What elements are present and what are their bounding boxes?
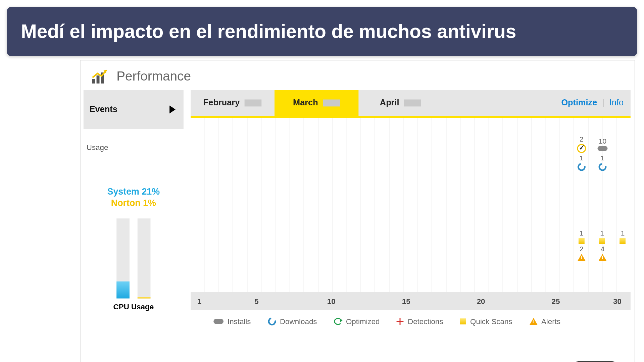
- tab-label: February: [203, 98, 240, 108]
- alert-icon: [529, 318, 537, 325]
- month-tabs: February March April Optimize | Inf: [191, 90, 631, 116]
- count: 2: [580, 245, 584, 253]
- legend-label: Downloads: [280, 317, 317, 325]
- headline-banner: Medí el impacto en el rendimiento de muc…: [7, 7, 637, 56]
- cpu-norton-text: Norton 1%: [84, 198, 184, 208]
- axis-tick: 5: [254, 297, 258, 305]
- tab-february[interactable]: February: [191, 90, 275, 116]
- install-icon: [598, 146, 608, 151]
- download-icon: [576, 161, 587, 172]
- grid-lines: [191, 118, 631, 292]
- triangle-right-icon: [169, 105, 176, 113]
- tab-april[interactable]: April: [358, 90, 442, 116]
- legend-label: Installs: [228, 317, 251, 325]
- count: 2: [580, 135, 584, 143]
- window-footer: norton Close: [81, 357, 635, 362]
- legend-installs: Installs: [213, 317, 251, 325]
- legend-label: Detections: [408, 317, 443, 325]
- month-chip-icon: [404, 100, 421, 107]
- quickscan-icon: [620, 238, 626, 244]
- count: 1: [580, 154, 584, 162]
- alert-icon: [578, 254, 586, 261]
- cpu-bar-norton-fill: [138, 297, 151, 299]
- performance-icon: [92, 69, 110, 84]
- optimized-icon: [334, 318, 342, 325]
- legend-downloads: Downloads: [268, 317, 317, 325]
- cpu-caption: CPU Usage: [84, 302, 184, 311]
- legend: Installs Downloads Optimized Detections …: [213, 317, 631, 325]
- events-button[interactable]: Events: [84, 90, 184, 129]
- main-panel: February March April Optimize | Inf: [184, 90, 635, 325]
- calendar-grid: 2 10 1 1 1 1 1: [191, 116, 631, 292]
- legend-label: Alerts: [541, 317, 560, 325]
- count: 1: [621, 229, 625, 237]
- info-link[interactable]: Info: [609, 98, 624, 108]
- install-icon: [213, 319, 224, 324]
- page-title: Performance: [116, 68, 191, 84]
- tab-march[interactable]: March: [275, 90, 358, 116]
- legend-detections: Detections: [397, 317, 443, 325]
- tab-label: April: [380, 98, 399, 108]
- quickscan-icon: [460, 318, 466, 324]
- axis-tick: 10: [327, 297, 336, 305]
- axis-tick: 1: [197, 297, 201, 305]
- optimize-link[interactable]: Optimize: [561, 98, 597, 108]
- count: 1: [580, 229, 584, 237]
- legend-label: Quick Scans: [470, 317, 512, 325]
- legend-quickscans: Quick Scans: [460, 317, 512, 325]
- axis-tick: 30: [613, 297, 622, 305]
- axis-tick: 25: [552, 297, 560, 305]
- axis-tick: 20: [477, 297, 485, 305]
- quickscan-icon: [578, 238, 584, 244]
- cpu-bars: [84, 218, 184, 298]
- window-header: Performance: [81, 60, 635, 90]
- performance-window: Performance Events Usage System 21% Nort…: [80, 60, 635, 362]
- month-chip-icon: [245, 100, 262, 107]
- separator: |: [602, 98, 604, 108]
- x-axis: 1 5 10 15 20 25 30: [191, 292, 631, 310]
- quickscan-icon: [599, 238, 605, 244]
- headline-text: Medí el impacto en el rendimiento de muc…: [21, 21, 516, 42]
- cpu-system-text: System 21%: [84, 187, 184, 197]
- cpu-bar-system-fill: [116, 281, 130, 298]
- count: 1: [601, 154, 605, 162]
- month-chip-icon: [323, 100, 340, 107]
- detection-icon: [397, 318, 404, 325]
- cpu-usage-block: System 21% Norton 1% CPU Usage: [84, 187, 184, 311]
- count: 10: [599, 137, 606, 145]
- svg-rect-1: [97, 75, 100, 83]
- check-icon: [577, 144, 586, 153]
- legend-alerts: Alerts: [529, 317, 560, 325]
- axis-tick: 15: [402, 297, 410, 305]
- svg-rect-0: [92, 79, 95, 83]
- sidebar: Events Usage System 21% Norton 1%: [81, 90, 184, 325]
- cpu-bar-norton: [138, 218, 151, 298]
- cpu-bar-system: [116, 218, 130, 298]
- count: 1: [600, 229, 604, 237]
- count: 4: [601, 245, 605, 253]
- tab-label: March: [293, 98, 318, 108]
- download-icon: [597, 161, 608, 172]
- alert-icon: [599, 254, 607, 261]
- download-icon: [266, 316, 278, 327]
- legend-optimized: Optimized: [334, 317, 380, 325]
- event-markers: 2 10 1 1 1 1 1: [576, 135, 629, 262]
- legend-label: Optimized: [346, 317, 380, 325]
- usage-label: Usage: [84, 129, 184, 151]
- events-label: Events: [90, 104, 117, 114]
